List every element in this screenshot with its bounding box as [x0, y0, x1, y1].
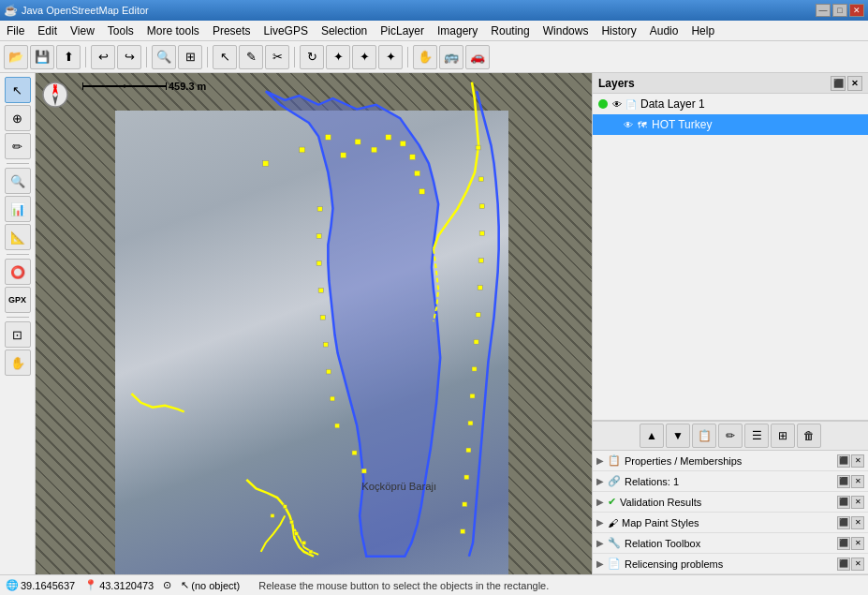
hand-button[interactable]: ✋ — [5, 350, 31, 376]
layer-down-button[interactable]: ▼ — [666, 424, 690, 448]
add-node-button[interactable]: ⊕ — [5, 105, 31, 131]
relicensing-expand[interactable]: ⬛ — [837, 558, 850, 571]
save-button[interactable]: 💾 — [30, 45, 54, 69]
layer-add-button[interactable]: ⊞ — [771, 424, 795, 448]
toolbar-separator-5 — [407, 47, 408, 67]
menu-item-audio[interactable]: Audio — [643, 21, 685, 40]
mapstyles-close[interactable]: ✕ — [851, 516, 864, 529]
reltoolbox-toggle: ▶ — [596, 538, 604, 548]
toolbar-separator-1 — [85, 47, 86, 67]
validation-buttons: ⬛ ✕ — [837, 496, 864, 509]
scale-bar-line: 459.3 m — [82, 81, 206, 92]
panel-properties[interactable]: ▶ 📋 Properties / Memberships ⬛ ✕ — [593, 451, 868, 471]
menu-item-piclayer[interactable]: PicLayer — [374, 21, 431, 40]
layer-merge-button[interactable]: 📋 — [692, 424, 716, 448]
node-tool-button[interactable]: ⭕ — [5, 259, 31, 285]
properties-icon: 📋 — [608, 454, 621, 467]
pan-tool[interactable]: ✋ — [413, 45, 437, 69]
menu-item-tools[interactable]: Tools — [101, 21, 140, 40]
mapstyles-toggle: ▶ — [596, 517, 604, 528]
open-button[interactable]: 📂 — [4, 45, 28, 69]
panel-relations[interactable]: ▶ 🔗 Relations: 1 ⬛ ✕ — [593, 471, 868, 492]
validation-close[interactable]: ✕ — [851, 496, 864, 509]
layer-up-button[interactable]: ▲ — [640, 424, 664, 448]
relicensing-close[interactable]: ✕ — [851, 558, 864, 571]
reltoolbox-close[interactable]: ✕ — [851, 537, 864, 550]
select-mode-button[interactable]: ↖ — [5, 77, 31, 103]
car-button[interactable]: 🚗 — [465, 45, 490, 69]
mapstyles-buttons: ⬛ ✕ — [837, 516, 864, 529]
menu-item-selection[interactable]: Selection — [315, 21, 374, 40]
menu-bar: FileEditViewToolsMore toolsPresetsLiveGP… — [0, 21, 868, 41]
properties-buttons: ⬛ ✕ — [837, 454, 864, 468]
action3-button[interactable]: ✦ — [378, 45, 403, 69]
layer-hot-visibility[interactable]: 👁 — [624, 120, 633, 130]
toolbar-separator-3 — [207, 47, 208, 67]
toolbar-separator-2 — [146, 47, 147, 67]
action1-button[interactable]: ✦ — [326, 45, 350, 69]
reltoolbox-expand[interactable]: ⬛ — [837, 537, 850, 550]
menu-item-routing[interactable]: Routing — [484, 21, 536, 40]
menu-item-more-tools[interactable]: More tools — [140, 21, 206, 40]
layer-hot-label: HOT Turkey — [652, 118, 712, 131]
layer-item-data[interactable]: 👁 📄 Data Layer 1 — [593, 94, 868, 114]
layer-item-hot[interactable]: 👁 🗺 HOT Turkey — [593, 114, 868, 135]
mapstyles-expand[interactable]: ⬛ — [837, 516, 850, 529]
panel-relicensing[interactable]: ▶ 📄 Relicensing problems ⬛ ✕ — [593, 554, 868, 574]
grid-button[interactable]: ⊞ — [178, 45, 202, 69]
layer-edit-button[interactable]: ✏ — [718, 424, 743, 448]
redo-button[interactable]: ↪ — [117, 45, 141, 69]
menu-item-file[interactable]: File — [0, 21, 31, 40]
layer-delete-button[interactable]: 🗑 — [797, 424, 821, 448]
gpx-button[interactable]: GPX — [5, 287, 31, 313]
minimize-button[interactable]: — — [816, 4, 831, 17]
maximize-button[interactable]: □ — [832, 4, 847, 17]
properties-close[interactable]: ✕ — [851, 454, 864, 468]
menu-item-imagery[interactable]: Imagery — [431, 21, 484, 40]
undo-button[interactable]: ↩ — [91, 45, 115, 69]
validation-expand[interactable]: ⬛ — [837, 496, 850, 509]
mapstyles-label: Map Paint Styles — [622, 517, 833, 528]
refresh-button[interactable]: ↻ — [300, 45, 324, 69]
main-area: ↖ ⊕ ✏ 🔍 📊 📐 ⭕ GPX ⊡ ✋ — [0, 73, 868, 574]
panel-relation-toolbox[interactable]: ▶ 🔧 Relation Toolbox ⬛ ✕ — [593, 533, 868, 554]
action2-button[interactable]: ✦ — [352, 45, 376, 69]
delete-tool[interactable]: ✂ — [265, 45, 289, 69]
relations-close[interactable]: ✕ — [851, 475, 864, 488]
compass-widget[interactable]: N — [41, 81, 69, 109]
menu-item-windows[interactable]: Windows — [537, 21, 596, 40]
latitude-icon: 📍 — [84, 579, 97, 591]
menu-item-livegps[interactable]: LiveGPS — [257, 21, 315, 40]
relations-expand[interactable]: ⬛ — [837, 475, 850, 488]
menu-item-help[interactable]: Help — [684, 21, 721, 40]
layers-expand-button[interactable]: ⬛ — [831, 76, 846, 91]
close-button[interactable]: ✕ — [849, 4, 864, 17]
square-button[interactable]: ⊡ — [5, 321, 31, 348]
zoom-in-button[interactable]: 🔍 — [5, 168, 31, 194]
layer-visibility-icon[interactable]: 👁 — [612, 99, 622, 110]
menu-item-view[interactable]: View — [64, 21, 101, 40]
active-indicator — [598, 99, 608, 109]
relicensing-icon: 📄 — [608, 558, 621, 570]
properties-expand[interactable]: ⬛ — [837, 454, 850, 468]
draw-tool[interactable]: ✎ — [239, 45, 263, 69]
bus-button[interactable]: 🚌 — [439, 45, 463, 69]
reltoolbox-buttons: ⬛ ✕ — [837, 537, 864, 550]
menu-item-edit[interactable]: Edit — [31, 21, 64, 40]
menu-item-presets[interactable]: Presets — [206, 21, 257, 40]
panel-validation[interactable]: ▶ ✔ Validation Results ⬛ ✕ — [593, 492, 868, 513]
menu-item-history[interactable]: History — [595, 21, 642, 40]
layers-close-button[interactable]: ✕ — [847, 76, 862, 91]
draw-way-button[interactable]: ✏ — [5, 133, 31, 159]
zoom-button[interactable]: 🔍 — [152, 45, 176, 69]
relations-icon: 🔗 — [608, 475, 621, 487]
layers-list: 👁 📄 Data Layer 1 👁 🗺 HOT Turkey — [593, 94, 868, 421]
map-area[interactable]: Koçköprü Barajı 459.3 m N — [36, 73, 592, 574]
panel-mapstyles[interactable]: ▶ 🖌 Map Paint Styles ⬛ ✕ — [593, 513, 868, 533]
layer-menu-button[interactable]: ☰ — [744, 424, 769, 448]
chart-button[interactable]: 📊 — [5, 196, 31, 222]
validation-toggle: ▶ — [596, 497, 604, 507]
measure-button[interactable]: 📐 — [5, 224, 31, 250]
upload-button[interactable]: ⬆ — [56, 45, 81, 69]
select-tool[interactable]: ↖ — [213, 45, 237, 69]
